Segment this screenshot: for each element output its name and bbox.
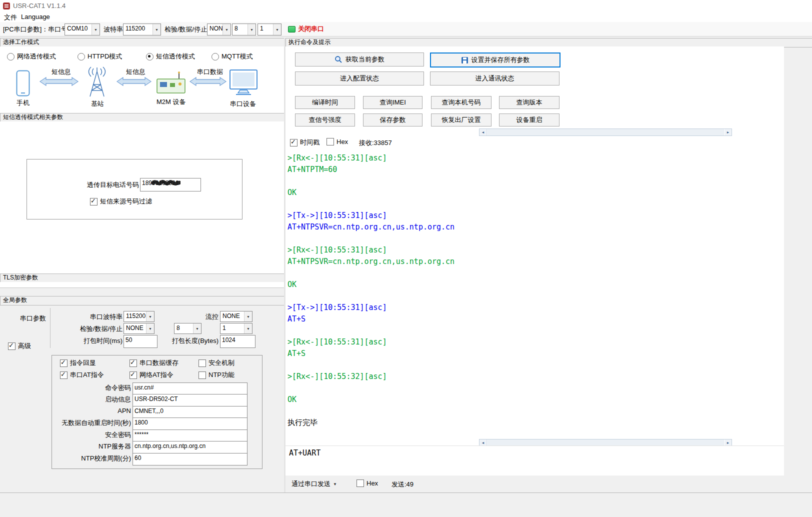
menu-file[interactable]: 文件 <box>4 13 17 22</box>
query-phone-number-button[interactable]: 查询本机号码 <box>431 96 492 109</box>
query-signal-button[interactable]: 查信号强度 <box>295 114 355 126</box>
data-bits-select[interactable]: 8 ▼ <box>232 24 256 36</box>
flow-control-select[interactable]: NONE ▼ <box>220 311 252 322</box>
factory-reset-button[interactable]: 恢复出厂设置 <box>431 114 492 126</box>
receive-counter: 接收:33857 <box>359 138 392 148</box>
global-data-bits-select[interactable]: 8 ▼ <box>174 323 202 334</box>
ntp-period-label: NTP校准周期(分) <box>55 454 131 463</box>
set-save-params-button[interactable]: 设置并保存所有参数 <box>430 52 560 68</box>
button-label: 恢复出厂设置 <box>442 116 481 124</box>
command-password-input[interactable]: usr.cn# <box>132 382 248 395</box>
option-network-at-checkbox[interactable]: 网络AT指令 <box>130 370 174 380</box>
log-line: OK <box>288 279 778 290</box>
close-port-label: 关闭串口 <box>298 24 324 34</box>
send-hex-checkbox[interactable]: Hex <box>356 480 378 487</box>
log-line <box>288 198 778 210</box>
receive-hex-checkbox[interactable]: Hex <box>326 138 348 146</box>
chevron-down-icon: ▼ <box>248 24 256 35</box>
ntp-server-input[interactable]: cn.ntp.org.cn,us.ntp.org.cn <box>132 441 248 454</box>
scrollbar-track[interactable] <box>486 129 724 136</box>
pack-length-label: 打包长度(Bytes) <box>150 336 218 346</box>
m2m-device-icon <box>156 71 186 95</box>
log-line: >[Rx<-][10:55:31][asc] <box>288 244 778 256</box>
pack-length-input[interactable]: 1024 <box>220 335 256 348</box>
mode-radio-sms[interactable]: 短信透传模式 <box>146 52 195 61</box>
scroll-left-icon[interactable]: ◄ <box>480 129 486 136</box>
compile-time-button[interactable]: 编译时间 <box>295 96 355 109</box>
save-params-button[interactable]: 保存参数 <box>363 114 422 126</box>
query-version-button[interactable]: 查询版本 <box>499 96 560 109</box>
serial-params-group-label: 串口参数 <box>20 314 46 323</box>
query-imei-button[interactable]: 查询IMEI <box>363 96 422 109</box>
ntp-server-label: NTP服务器 <box>55 442 131 451</box>
mode-radio-httpd[interactable]: HTTPD模式 <box>78 52 122 61</box>
send-via-serial-button[interactable]: 通过串口发送 ▼ <box>292 480 337 488</box>
option-command-echo-checkbox[interactable]: 指令回显 <box>60 358 96 368</box>
checkbox-label: 时间戳 <box>300 138 320 147</box>
diagram-label-sms1: 短信息 <box>52 68 71 76</box>
stop-bits-select[interactable]: 1 ▼ <box>258 24 282 36</box>
command-password-label: 命令密码 <box>55 384 131 392</box>
log-line <box>288 406 778 417</box>
checkbox-label: 串口AT指令 <box>70 370 104 380</box>
log-line: AT+NTPSVR=cn.ntp.org.cn,us.ntp.org.cn <box>288 256 778 268</box>
com-port-select[interactable]: COM10 ▼ <box>64 24 100 36</box>
ntp-period-input[interactable]: 60 <box>132 453 248 466</box>
radio-circle <box>212 53 219 60</box>
option-security-checkbox[interactable]: 安全机制 <box>198 358 234 368</box>
button-label: 编译时间 <box>312 98 338 107</box>
enter-comm-button[interactable]: 进入通讯状态 <box>430 72 560 86</box>
diagram-label-serial-device: 串口设备 <box>230 100 256 108</box>
close-port-button[interactable]: 关闭串口 <box>288 24 324 34</box>
checkbox-box <box>130 372 137 379</box>
menu-language[interactable]: Language <box>21 13 50 20</box>
button-label: 保存参数 <box>380 116 406 124</box>
advanced-checkbox[interactable]: 高级 <box>8 342 31 350</box>
mode-radio-mqtt[interactable]: MQTT模式 <box>212 52 253 61</box>
pc-serial-params-label: [PC串口参数]：串口号 <box>3 25 68 34</box>
log-line: OK <box>288 187 778 198</box>
boot-message-input[interactable]: USR-DR502-CT <box>132 394 248 406</box>
phone-icon <box>16 70 30 97</box>
receive-log[interactable]: >[Rx<-][10:55:31][asc] AT+NTPTM=60 OK >[… <box>288 152 778 432</box>
global-stop-bits-select[interactable]: 1 ▼ <box>220 323 252 334</box>
baud-rate-value: 115200 <box>124 24 152 35</box>
security-password-input[interactable]: ****** <box>132 430 248 442</box>
enter-comm-label: 进入通讯状态 <box>476 74 514 83</box>
global-baud-select[interactable]: 115200 ▼ <box>124 311 154 322</box>
button-label: 设备重启 <box>516 116 542 124</box>
log-top-scrollbar[interactable]: ◄ ► <box>479 128 732 136</box>
log-line <box>288 176 778 187</box>
timestamp-checkbox[interactable]: 时间戳 <box>290 138 320 147</box>
log-line <box>288 268 778 279</box>
radio-circle <box>78 53 85 60</box>
log-line <box>288 382 778 394</box>
baud-rate-select[interactable]: 115200 ▼ <box>123 24 161 36</box>
chevron-down-icon: ▼ <box>92 24 100 35</box>
sms-source-filter-checkbox[interactable]: 短信来源号码过滤 <box>90 197 152 206</box>
arrow-link-icon <box>39 76 79 86</box>
send-input-area[interactable]: AT+UART <box>286 446 784 476</box>
device-restart-button[interactable]: 设备重启 <box>499 114 560 126</box>
checkbox-label: 指令回显 <box>70 358 96 368</box>
com-port-value: COM10 <box>65 24 92 35</box>
mode-radio-network[interactable]: 网络透传模式 <box>7 52 56 61</box>
option-serial-at-checkbox[interactable]: 串口AT指令 <box>60 370 104 380</box>
no-data-restart-input[interactable]: 1800 <box>132 418 248 430</box>
mode-label: 网络透传模式 <box>17 52 56 61</box>
radio-circle <box>146 53 154 60</box>
option-serial-cache-checkbox[interactable]: 串口数据缓存 <box>130 358 178 368</box>
enter-config-button[interactable]: 进入配置状态 <box>295 72 424 86</box>
diagram-label-phone: 手机 <box>16 98 30 108</box>
get-params-button[interactable]: 获取当前参数 <box>295 52 424 66</box>
sent-counter: 发送:49 <box>392 480 414 489</box>
apn-input[interactable]: CMNET,,,0 <box>132 406 248 418</box>
log-line <box>288 360 778 371</box>
log-line <box>288 233 778 244</box>
radio-circle <box>7 53 14 60</box>
scroll-right-icon[interactable]: ► <box>724 129 732 136</box>
option-ntp-checkbox[interactable]: NTP功能 <box>198 370 234 380</box>
log-line: >[Rx<-][10:55:31][asc] <box>288 152 778 164</box>
global-parity-select[interactable]: NONE ▼ <box>124 323 154 334</box>
parity-select[interactable]: NONI ▼ <box>207 24 231 36</box>
